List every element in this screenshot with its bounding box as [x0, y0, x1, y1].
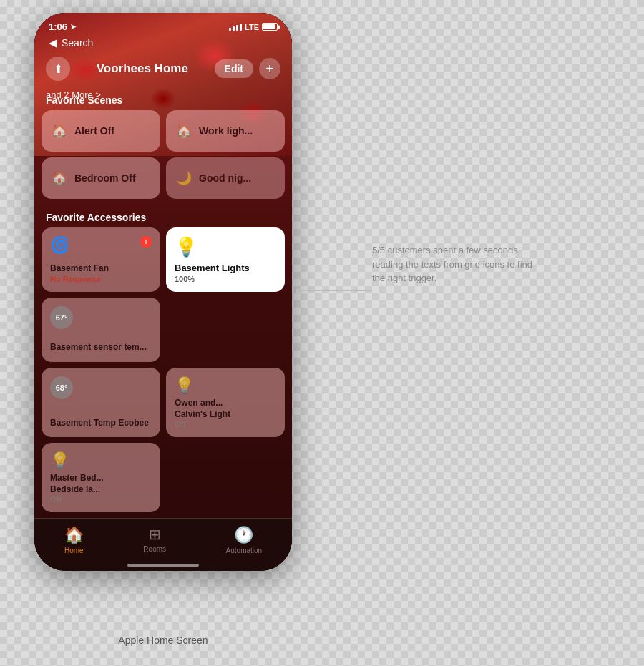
- nav-label: Home: [64, 547, 84, 554]
- accessory-status: Off: [50, 495, 152, 504]
- and-more-row[interactable]: and 2 More >: [34, 87, 292, 103]
- scene-label: Bedroom Off: [74, 172, 136, 184]
- location-pin-icon: ⬆: [54, 62, 63, 76]
- content-scroll[interactable]: Favorite Scenes 🏠 Alert Off 🏠 Work ligh.…: [34, 87, 292, 518]
- favorite-accessories-label: Favorite Accessories: [34, 205, 292, 227]
- accessory-status: Off: [175, 420, 276, 429]
- home-nav-icon: 🏠: [64, 526, 84, 544]
- phone-frame: 1:06 ➤ LTE ◀: [34, 13, 292, 571]
- scene-alert-off[interactable]: 🏠 Alert Off: [42, 110, 160, 152]
- signal-bars: [229, 24, 242, 31]
- scene-bedroom-off[interactable]: 🏠 Bedroom Off: [42, 157, 160, 199]
- back-arrow-icon: ◀: [49, 36, 57, 49]
- bulb-icon: 💡: [175, 376, 276, 395]
- plus-icon: +: [265, 61, 274, 77]
- app-header: ⬆ Voorhees Home Edit +: [34, 51, 292, 87]
- accessory-name: Owen and...Calvin's Light: [175, 398, 276, 420]
- accessory-basement-lights[interactable]: 💡 Basement Lights 100%: [166, 227, 285, 292]
- moon-icon: 🌙: [176, 170, 192, 186]
- bulb-icon: 💡: [50, 451, 152, 470]
- home-indicator: [127, 564, 199, 567]
- accessories-row1: 🌀 ! Basement Fan No Response 💡 Basement …: [34, 227, 292, 362]
- accessory-name: Master Bed...Bedside la...: [50, 473, 152, 495]
- nav-label: Automation: [226, 547, 263, 554]
- accessory-name: Basement Temp Ecobee: [50, 418, 152, 429]
- rooms-nav-icon: ⊞: [149, 526, 161, 543]
- fan-icon: 🌀: [50, 236, 69, 255]
- status-bar: 1:06 ➤ LTE: [34, 13, 292, 35]
- battery-icon: [262, 23, 278, 31]
- accessory-status: No Response: [50, 275, 152, 283]
- accessory-name: Basement Fan: [50, 263, 152, 275]
- accessory-basement-fan[interactable]: 🌀 ! Basement Fan No Response: [42, 227, 160, 292]
- home-location-button[interactable]: ⬆: [46, 57, 70, 81]
- alert-badge: !: [140, 236, 152, 248]
- scene-good-night[interactable]: 🌙 Good nig...: [166, 157, 285, 199]
- network-label: LTE: [245, 23, 259, 31]
- add-button[interactable]: +: [259, 58, 280, 79]
- home-title: Voorhees Home: [97, 62, 188, 76]
- time-display: 1:06: [49, 21, 67, 32]
- nav-home[interactable]: 🏠 Home: [64, 526, 84, 554]
- scene-label: Work ligh...: [199, 125, 253, 137]
- accessory-master-bed[interactable]: 💡 Master Bed...Bedside la... Off: [42, 443, 160, 512]
- accessory-basement-sensor[interactable]: 67° Basement sensor tem...: [42, 298, 160, 362]
- accessory-basement-ecobee[interactable]: 68° Basement Temp Ecobee: [42, 368, 160, 437]
- home-icon: 🏠: [176, 123, 192, 139]
- nav-rooms[interactable]: ⊞ Rooms: [143, 526, 166, 553]
- bottom-navigation: 🏠 Home ⊞ Rooms 🕐 Automation: [34, 518, 292, 571]
- annotation-line: [301, 290, 372, 291]
- edit-button[interactable]: Edit: [215, 59, 253, 78]
- search-back-label[interactable]: Search: [62, 37, 93, 49]
- ecobee-icon: 68°: [50, 376, 73, 399]
- annotation-text: 5/5 customers spent a few seconds readin…: [372, 243, 544, 285]
- accessory-name: Basement Lights: [175, 263, 276, 275]
- annotation-dot: [296, 288, 301, 294]
- search-back-row: ◀ Search: [34, 35, 292, 51]
- nav-label: Rooms: [143, 545, 166, 553]
- screen-caption: Apple Home Screen: [34, 635, 292, 646]
- home-icon: 🏠: [52, 170, 67, 186]
- accessory-name: Basement sensor tem...: [50, 342, 152, 353]
- automation-nav-icon: 🕐: [234, 526, 253, 544]
- scene-work-lights[interactable]: 🏠 Work ligh...: [166, 110, 285, 152]
- bulb-on-icon: 💡: [175, 236, 276, 258]
- accessory-owens-light[interactable]: 💡 Owen and...Calvin's Light Off: [166, 368, 285, 437]
- accessory-status: 100%: [175, 275, 276, 283]
- scene-label: Alert Off: [74, 125, 114, 137]
- scenes-grid: 🏠 Alert Off 🏠 Work ligh... 🏠 Bedroom Off…: [34, 110, 292, 199]
- temp-sensor-icon: 67°: [50, 306, 73, 329]
- scene-label: Good nig...: [199, 172, 251, 184]
- accessories-row2: 68° Basement Temp Ecobee 💡 Owen and...Ca…: [34, 368, 292, 512]
- location-icon: ➤: [70, 23, 76, 31]
- nav-automation[interactable]: 🕐 Automation: [226, 526, 263, 554]
- home-icon: 🏠: [52, 123, 67, 139]
